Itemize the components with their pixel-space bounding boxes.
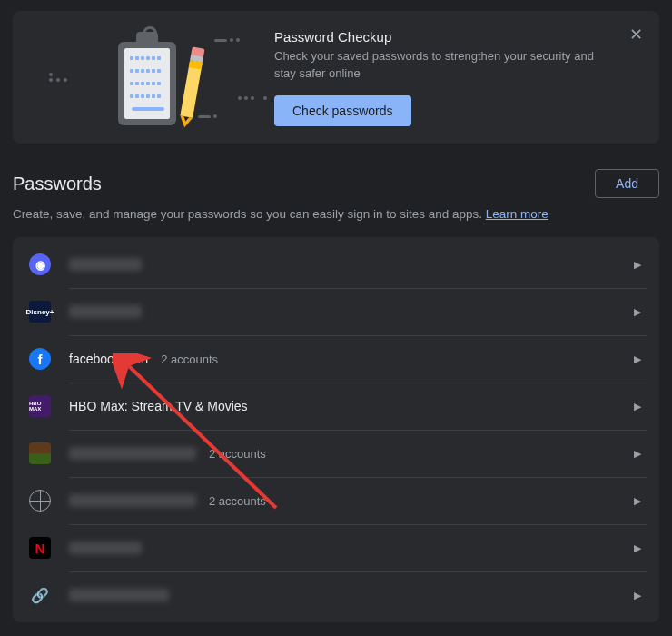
site-name: facebook.com bbox=[69, 352, 148, 366]
site-name: HBO Max: Stream TV & Movies bbox=[69, 399, 248, 413]
password-row[interactable]: 2 accounts ▶ bbox=[13, 430, 659, 477]
chevron-right-icon: ▶ bbox=[634, 259, 641, 271]
close-banner-button[interactable]: ✕ bbox=[625, 24, 647, 45]
site-icon-globe bbox=[29, 490, 51, 512]
chevron-right-icon: ▶ bbox=[634, 542, 641, 554]
chevron-right-icon: ▶ bbox=[634, 401, 641, 412]
chevron-right-icon: ▶ bbox=[634, 495, 641, 507]
password-row[interactable]: Disney+ ▶ bbox=[13, 288, 659, 335]
add-password-button[interactable]: Add bbox=[595, 169, 659, 198]
banner-title: Password Checkup bbox=[274, 29, 641, 45]
site-name-blurred bbox=[69, 258, 142, 271]
password-row[interactable]: 2 accounts ▶ bbox=[13, 477, 659, 524]
site-name-blurred bbox=[69, 589, 169, 601]
site-name-blurred bbox=[69, 447, 196, 460]
site-name-blurred bbox=[69, 542, 142, 554]
site-icon-facebook: f bbox=[29, 348, 51, 370]
site-icon-generic bbox=[29, 442, 51, 464]
close-icon: ✕ bbox=[629, 25, 643, 45]
clipboard-icon bbox=[118, 29, 176, 125]
chevron-right-icon: ▶ bbox=[634, 353, 641, 365]
password-row[interactable]: HBO MAX HBO Max: Stream TV & Movies ▶ bbox=[13, 383, 659, 430]
password-row[interactable]: N ▶ bbox=[13, 524, 659, 571]
site-icon-link: 🔗 bbox=[29, 584, 51, 606]
section-description: Create, save, and manage your passwords … bbox=[13, 207, 659, 221]
site-icon-disney: Disney+ bbox=[29, 301, 51, 323]
site-name-blurred bbox=[69, 305, 142, 318]
page-title: Passwords bbox=[13, 174, 102, 194]
saved-passwords-list: ◉ ▶ Disney+ ▶ f facebook.com 2 accounts … bbox=[13, 237, 659, 622]
site-icon-netflix: N bbox=[29, 537, 51, 559]
password-checkup-banner: Password Checkup Check your saved passwo… bbox=[13, 11, 659, 144]
banner-description: Check your saved passwords to strengthen… bbox=[274, 48, 610, 83]
password-row-facebook[interactable]: f facebook.com 2 accounts ▶ bbox=[13, 335, 659, 383]
accounts-count: 2 accounts bbox=[161, 353, 218, 366]
site-name-blurred bbox=[69, 494, 196, 507]
chevron-right-icon: ▶ bbox=[634, 448, 641, 460]
check-passwords-button[interactable]: Check passwords bbox=[274, 95, 411, 126]
chevron-right-icon: ▶ bbox=[634, 590, 641, 601]
password-row[interactable]: ◉ ▶ bbox=[13, 241, 659, 288]
learn-more-link[interactable]: Learn more bbox=[486, 207, 548, 221]
chevron-right-icon: ▶ bbox=[634, 306, 641, 318]
site-icon-discord: ◉ bbox=[29, 253, 51, 275]
accounts-count: 2 accounts bbox=[209, 494, 266, 508]
banner-illustration bbox=[31, 27, 267, 127]
site-icon-hbomax: HBO MAX bbox=[29, 395, 51, 417]
password-row[interactable]: 🔗 ▶ bbox=[13, 571, 659, 619]
accounts-count: 2 accounts bbox=[209, 447, 266, 461]
